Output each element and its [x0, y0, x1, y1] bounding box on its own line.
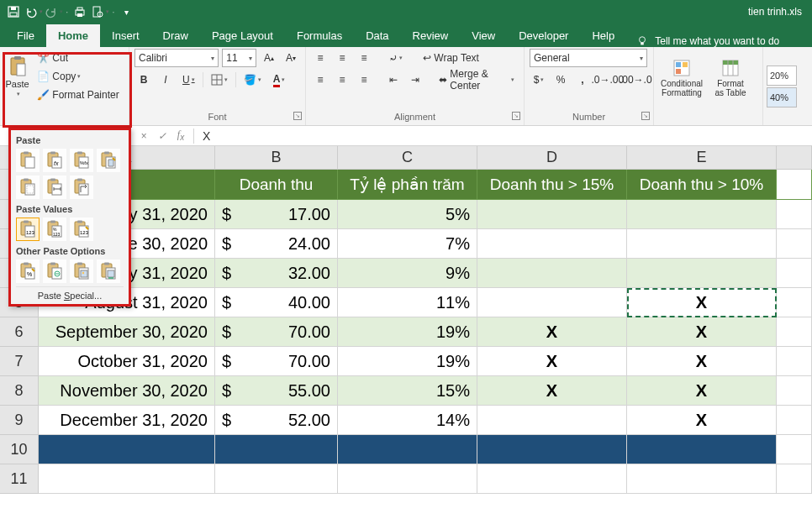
insert-function-button[interactable]: fx [171, 128, 190, 142]
tab-review[interactable]: Review [401, 24, 461, 47]
save-button[interactable] [3, 2, 24, 22]
cell-style-20[interactable]: 20% [767, 66, 797, 86]
cell[interactable] [777, 406, 812, 435]
cell[interactable]: 19% [338, 317, 477, 347]
cell[interactable]: 14% [338, 406, 477, 435]
fill-color-button[interactable]: 🪣 [240, 71, 266, 89]
cell[interactable]: $17.00 [215, 200, 338, 229]
cell[interactable]: 5% [338, 200, 477, 229]
paste-option-no-borders[interactable] [16, 176, 40, 199]
tell-me[interactable]: Tell me what you want to do [626, 35, 789, 47]
paste-option-values-number-fmt[interactable]: %123 [43, 218, 66, 241]
tab-insert[interactable]: Insert [100, 24, 151, 47]
header-cell[interactable]: Doanh thu [215, 170, 338, 200]
increase-decimal-button[interactable]: .0→.00 [595, 71, 620, 89]
cell[interactable]: $70.00 [215, 317, 338, 347]
dialog-launcher-icon[interactable]: ↘ [512, 112, 520, 120]
align-middle-button[interactable]: ≡ [333, 49, 351, 67]
wrap-text-button[interactable]: ↩ Wrap Text [419, 49, 513, 67]
tab-file[interactable]: File [5, 24, 46, 47]
borders-button[interactable] [207, 71, 232, 89]
col-header-B[interactable]: B [215, 146, 338, 170]
paste-option-formulas-number-fmt[interactable]: %fx [70, 149, 93, 172]
underline-button[interactable]: U [178, 71, 199, 89]
cell[interactable]: X [477, 376, 627, 406]
format-painter-button[interactable]: 🖌️ Format Painter [33, 86, 124, 104]
undo-button[interactable] [24, 2, 44, 22]
paste-option-linked-picture[interactable] [97, 260, 120, 283]
cell[interactable] [477, 229, 627, 259]
cancel-formula-button[interactable]: × [134, 130, 153, 142]
cell[interactable]: X [627, 288, 777, 317]
paste-option-keep-col-width[interactable] [43, 176, 66, 199]
row-header[interactable]: 10 [0, 435, 39, 464]
cell[interactable]: $24.00 [215, 229, 338, 259]
cell[interactable] [627, 435, 777, 464]
header-cell[interactable]: Doanh thu > 10% [627, 170, 777, 200]
redo-button[interactable] [44, 2, 64, 22]
tab-data[interactable]: Data [354, 24, 400, 47]
italic-button[interactable]: I [156, 71, 175, 89]
cell[interactable]: X [627, 317, 777, 347]
row-header[interactable]: 11 [0, 464, 39, 494]
print-preview-button[interactable] [90, 2, 110, 22]
cell[interactable] [627, 200, 777, 229]
paste-option-picture[interactable] [70, 260, 93, 283]
cell[interactable] [477, 464, 627, 494]
tab-view[interactable]: View [460, 24, 507, 47]
cell[interactable] [777, 288, 812, 317]
cell[interactable] [777, 347, 812, 376]
cell[interactable] [39, 435, 215, 464]
cell[interactable]: $70.00 [215, 347, 338, 376]
tab-developer[interactable]: Developer [507, 24, 580, 47]
cell[interactable] [477, 200, 627, 229]
dialog-launcher-icon[interactable]: ↘ [293, 112, 302, 120]
cell[interactable] [477, 288, 627, 317]
header-cell[interactable]: Tỷ lệ phần trăm [338, 170, 477, 200]
cell[interactable]: $52.00 [215, 406, 338, 435]
tab-formulas[interactable]: Formulas [285, 24, 354, 47]
dialog-launcher-icon[interactable]: ↘ [641, 112, 650, 120]
grow-font-button[interactable]: A▴ [260, 49, 278, 67]
cell[interactable]: September 30, 2020 [39, 317, 215, 347]
font-color-button[interactable]: A [269, 71, 290, 89]
cell[interactable] [777, 200, 812, 229]
tab-help[interactable]: Help [580, 24, 626, 47]
cell[interactable]: $32.00 [215, 259, 338, 288]
cell[interactable] [777, 317, 812, 347]
percent-button[interactable]: % [551, 71, 570, 89]
cell[interactable]: November 30, 2020 [39, 376, 215, 406]
cell[interactable] [338, 464, 477, 494]
align-right-button[interactable]: ≡ [355, 71, 373, 89]
cell[interactable] [777, 259, 812, 288]
cell[interactable] [477, 406, 627, 435]
paste-option-values[interactable]: 123 [16, 218, 40, 241]
cell[interactable]: 19% [338, 347, 477, 376]
font-name-combo[interactable]: Calibri▾ [134, 49, 219, 67]
cell[interactable]: October 31, 2020 [39, 347, 215, 376]
number-format-combo[interactable]: General▾ [530, 49, 647, 67]
tab-draw[interactable]: Draw [151, 24, 200, 47]
cell[interactable] [627, 464, 777, 494]
cell[interactable] [777, 435, 812, 464]
col-header-E[interactable]: E [627, 146, 777, 170]
indent-inc-button[interactable]: ⇥ [406, 71, 424, 89]
cell[interactable] [215, 435, 338, 464]
accounting-format-button[interactable]: $ [530, 71, 548, 89]
cell[interactable]: 11% [338, 288, 477, 317]
cell[interactable]: X [627, 347, 777, 376]
merge-center-button[interactable]: ⬌ Merge & Center [435, 71, 519, 89]
cell[interactable]: $55.00 [215, 376, 338, 406]
orientation-button[interactable]: ⤾ [385, 49, 407, 67]
paste-option-paste[interactable] [16, 149, 40, 172]
cell[interactable]: December 31, 2020 [39, 406, 215, 435]
cell[interactable]: 9% [338, 259, 477, 288]
cell[interactable] [215, 464, 338, 494]
col-header-C[interactable]: C [338, 146, 477, 170]
paste-button[interactable]: Paste [5, 49, 29, 104]
tab-page-layout[interactable]: Page Layout [200, 24, 285, 47]
cell-style-40[interactable]: 40% [767, 87, 797, 107]
cell[interactable] [627, 259, 777, 288]
cell[interactable]: $40.00 [215, 288, 338, 317]
cell[interactable]: 15% [338, 376, 477, 406]
